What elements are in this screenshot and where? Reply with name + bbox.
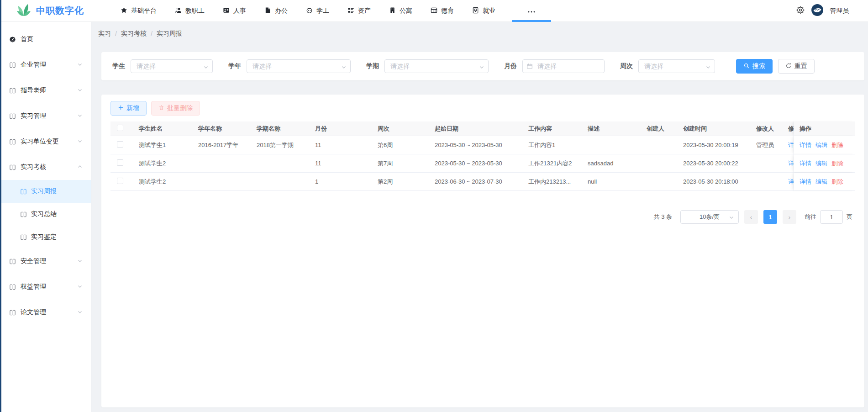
sidebar-item-enterprise[interactable]: 企业管理 <box>0 52 91 78</box>
sidebar-item-home[interactable]: 首页 <box>0 26 91 52</box>
goto-label: 前往 <box>805 213 816 221</box>
nav-item-office[interactable]: 办公 <box>263 0 289 22</box>
detail-link[interactable]: 详情 <box>800 159 811 168</box>
book-icon <box>9 138 16 145</box>
table-panel: 新增 批量删除 学生姓名 学年名称 学期名称 月份 周次 起始日期 工作内容 <box>101 95 864 407</box>
book-icon <box>20 211 27 218</box>
book-icon <box>9 164 16 171</box>
sidebar-subitem-summary[interactable]: 实习总结 <box>0 203 91 226</box>
sidebar-item-unit-change[interactable]: 实习单位变更 <box>0 129 91 154</box>
semester-select[interactable] <box>384 59 489 73</box>
week-select[interactable] <box>638 59 715 73</box>
chevron-down-icon <box>77 61 83 69</box>
page-suffix: 页 <box>847 213 852 221</box>
student-select[interactable] <box>131 59 213 73</box>
nav-item-assets[interactable]: 资产 <box>346 0 373 22</box>
search-icon <box>743 63 750 70</box>
main-content: 实习 / 实习考核 / 实习周报 学生 学年 学期 <box>91 22 868 412</box>
weekly-report-table: 学生姓名 学年名称 学期名称 月份 周次 起始日期 工作内容 描述 创建人 创建… <box>110 121 855 191</box>
total-count: 共 3 条 <box>654 213 672 221</box>
row-checkbox[interactable] <box>117 159 123 166</box>
add-button[interactable]: 新增 <box>110 101 147 116</box>
next-page-button[interactable]: › <box>783 210 796 224</box>
nav-item-student-affairs[interactable]: 学工 <box>304 0 331 22</box>
topbar: 中职数字化 基础平台 教职工 人事 办公 学工 资产 公寓 <box>0 0 868 22</box>
book-icon <box>9 309 16 316</box>
delete-link[interactable]: 删除 <box>831 178 843 186</box>
plus-icon <box>118 105 124 112</box>
goto-page-input[interactable] <box>820 210 843 224</box>
month-date-input[interactable] <box>522 59 605 73</box>
sidebar-item-tutor[interactable]: 指导老师 <box>0 78 91 103</box>
chevron-down-icon <box>77 138 83 145</box>
edit-link[interactable]: 编辑 <box>815 159 827 168</box>
breadcrumb: 实习 / 实习考核 / 实习周报 <box>98 29 864 38</box>
breadcrumb-item[interactable]: 实习考核 <box>121 30 147 38</box>
app-logo: 中职数字化 <box>16 3 84 19</box>
filter-month: 月份 <box>504 59 605 73</box>
nav-item-employment[interactable]: 就业 <box>470 0 497 22</box>
book-icon <box>9 62 16 69</box>
table-toolbar: 新增 批量删除 <box>110 101 855 116</box>
page-size-select[interactable]: 10条/页 <box>680 210 739 224</box>
page-number-current[interactable]: 1 <box>763 210 777 224</box>
school-year-select[interactable] <box>247 59 351 73</box>
row-actions: 详情 编辑 删除 <box>794 154 855 172</box>
sidebar-item-assessment[interactable]: 实习考核 <box>0 154 91 180</box>
detail-link[interactable]: 详情 <box>800 141 811 149</box>
prev-page-button[interactable]: ‹ <box>744 210 758 224</box>
chevron-down-icon <box>729 215 734 222</box>
table-row: 测试学生2 1 第2周 2023-06-30 ~ 2023-07-30 工作内2… <box>110 173 855 191</box>
sidebar-subitem-weekly-report[interactable]: 实习周报 <box>0 180 91 203</box>
delete-link[interactable]: 删除 <box>831 141 843 149</box>
settings-gear-icon[interactable] <box>796 5 805 16</box>
actions-column-header: 操作 <box>794 121 855 136</box>
document-icon <box>264 7 271 15</box>
chevron-down-icon <box>77 258 83 265</box>
avatar[interactable] <box>811 4 823 18</box>
row-checkbox[interactable] <box>117 141 123 148</box>
breadcrumb-item[interactable]: 实习 <box>98 30 111 38</box>
detail-link[interactable]: 详情 <box>800 178 811 186</box>
sidebar-item-safety[interactable]: 安全管理 <box>0 248 91 274</box>
sidebar-subitem-appraisal[interactable]: 实习鉴定 <box>0 226 91 248</box>
table-header-row: 学生姓名 学年名称 学期名称 月份 周次 起始日期 工作内容 描述 创建人 创建… <box>110 121 855 136</box>
batch-delete-button[interactable]: 批量删除 <box>151 101 200 116</box>
book-icon <box>20 188 27 195</box>
chevron-down-icon <box>77 112 83 120</box>
id-card-icon <box>223 7 230 15</box>
logo-plant-icon <box>16 3 32 19</box>
nav-item-platform[interactable]: 基础平台 <box>119 0 158 22</box>
breadcrumb-current: 实习周报 <box>157 30 182 38</box>
book-icon <box>20 234 27 241</box>
row-checkbox[interactable] <box>117 178 123 184</box>
top-nav: 基础平台 教职工 人事 办公 学工 资产 公寓 德育 <box>119 0 551 22</box>
book-icon <box>9 87 16 94</box>
dashboard-icon <box>9 36 16 43</box>
search-button[interactable]: 搜索 <box>736 59 773 74</box>
nav-item-more[interactable] <box>512 0 551 22</box>
filter-student: 学生 <box>112 59 213 73</box>
window-edge <box>0 0 1 412</box>
nav-item-apartment[interactable]: 公寓 <box>387 0 414 22</box>
reset-button[interactable]: 重置 <box>778 59 815 74</box>
sidebar-item-thesis[interactable]: 论文管理 <box>0 300 91 325</box>
topbar-right: 管理员 <box>796 4 868 18</box>
grid-icon <box>431 7 437 15</box>
clipped-column: 详情 <box>788 141 794 149</box>
edit-link[interactable]: 编辑 <box>815 178 827 186</box>
edit-link[interactable]: 编辑 <box>815 141 827 149</box>
clipped-column: 修改时间 <box>788 125 794 133</box>
app-title: 中职数字化 <box>36 5 84 17</box>
select-all-checkbox[interactable] <box>117 125 123 131</box>
nav-item-staff[interactable]: 教职工 <box>173 0 206 22</box>
delete-link[interactable]: 删除 <box>831 159 843 168</box>
sidebar-item-internship-mgmt[interactable]: 实习管理 <box>0 103 91 129</box>
nav-item-moral-education[interactable]: 德育 <box>429 0 456 22</box>
chevron-down-icon <box>77 87 83 94</box>
nav-item-hr[interactable]: 人事 <box>221 0 248 22</box>
asset-list-icon <box>347 7 354 15</box>
admin-username[interactable]: 管理员 <box>830 7 849 15</box>
sidebar-item-rights[interactable]: 权益管理 <box>0 274 91 300</box>
book-icon <box>9 258 16 265</box>
